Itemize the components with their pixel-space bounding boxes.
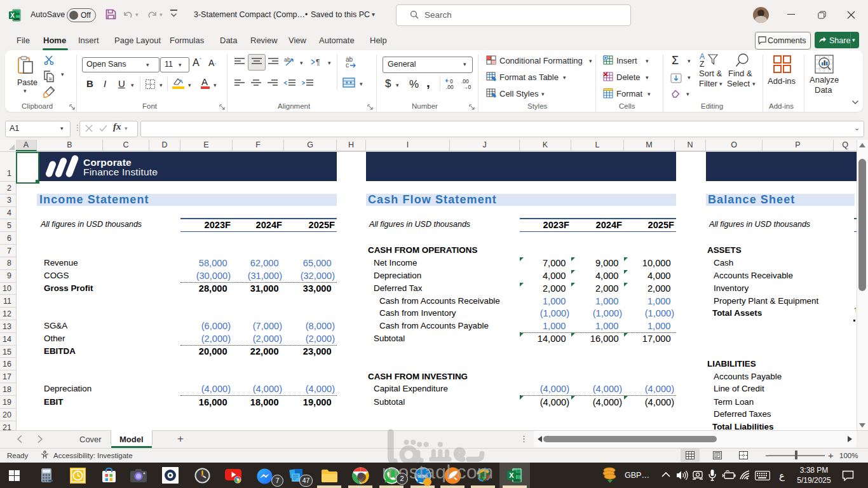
svg-text:X: X <box>509 471 514 479</box>
svg-text:c: c <box>346 62 349 69</box>
svg-text:→0: →0 <box>463 84 471 90</box>
svg-text:.00: .00 <box>446 84 454 90</box>
svg-text:X: X <box>10 12 15 19</box>
svg-text:¶: ¶ <box>316 58 320 66</box>
